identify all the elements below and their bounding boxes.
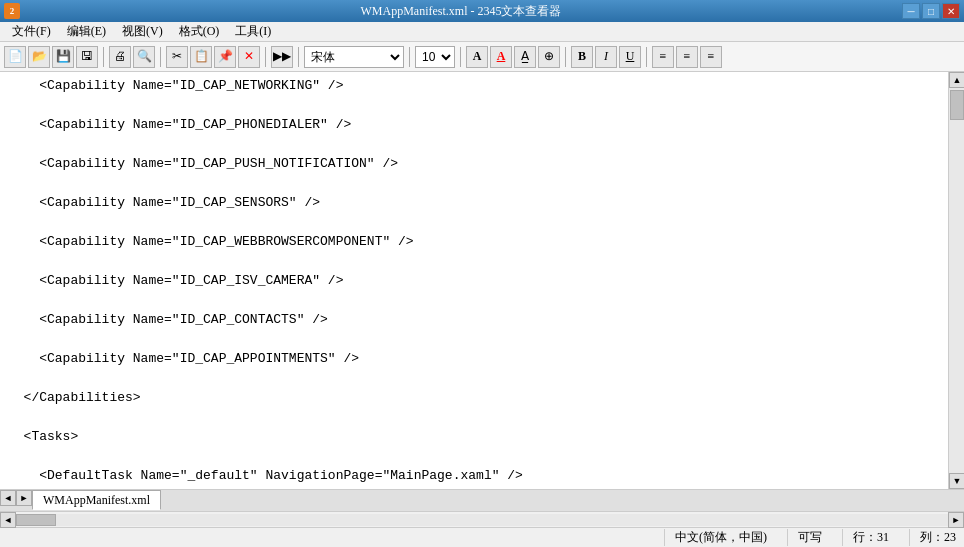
status-row: 行：31 — [842, 529, 889, 546]
new-button[interactable]: 📄 — [4, 46, 26, 68]
hscroll-thumb[interactable] — [16, 514, 56, 526]
font-color-pick[interactable]: A — [490, 46, 512, 68]
menu-format[interactable]: 格式(O) — [171, 21, 228, 42]
bottom-bar: ◄ ► WMAppManifest.xml — [0, 489, 964, 511]
status-bar: 中文(简体，中国) 可写 行：31 列：23 — [0, 527, 964, 547]
effects-button[interactable]: ⊕ — [538, 46, 560, 68]
scroll-down-button[interactable]: ▼ — [949, 473, 964, 489]
editor-content[interactable]: <Capability Name="ID_CAP_NETWORKING" /> … — [0, 72, 948, 489]
align-right[interactable]: ≡ — [700, 46, 722, 68]
save-all-button[interactable]: 🖫 — [76, 46, 98, 68]
hscroll-track — [16, 514, 948, 526]
close-button[interactable]: ✕ — [942, 3, 960, 19]
status-encoding: 中文(简体，中国) — [664, 529, 767, 546]
status-mode: 可写 — [787, 529, 822, 546]
maximize-button[interactable]: □ — [922, 3, 940, 19]
horizontal-scrollbar[interactable]: ◄ ► — [0, 511, 964, 527]
scroll-thumb[interactable] — [950, 90, 964, 120]
align-center[interactable]: ≡ — [676, 46, 698, 68]
separator-1 — [103, 47, 104, 67]
scroll-up-button[interactable]: ▲ — [949, 72, 964, 88]
title-bar: 2 WMAppManifest.xml - 2345文本查看器 ─ □ ✕ — [0, 0, 964, 22]
toolbar: 📄 📂 💾 🖫 🖨 🔍 ✂ 📋 📌 ✕ ▶▶ 宋体 10 A A A̲ ⊕ B … — [0, 42, 964, 72]
menu-bar: 文件(F) 编辑(E) 视图(V) 格式(O) 工具(I) — [0, 22, 964, 42]
hscroll-prev[interactable]: ◄ — [0, 512, 16, 528]
bold-button[interactable]: B — [571, 46, 593, 68]
separator-8 — [646, 47, 647, 67]
separator-4 — [298, 47, 299, 67]
font-select[interactable]: 宋体 — [304, 46, 404, 68]
underline-button[interactable]: U — [619, 46, 641, 68]
window-controls: ─ □ ✕ — [902, 3, 960, 19]
save-button[interactable]: 💾 — [52, 46, 74, 68]
tab-spacer — [163, 490, 964, 511]
separator-7 — [565, 47, 566, 67]
status-col: 列：23 — [909, 529, 956, 546]
font-size-select[interactable]: 10 — [415, 46, 455, 68]
highlight-color[interactable]: A̲ — [514, 46, 536, 68]
menu-view[interactable]: 视图(V) — [114, 21, 171, 42]
separator-6 — [460, 47, 461, 67]
cut-button[interactable]: ✂ — [166, 46, 188, 68]
menu-edit[interactable]: 编辑(E) — [59, 21, 114, 42]
separator-5 — [409, 47, 410, 67]
window-title: WMAppManifest.xml - 2345文本查看器 — [20, 3, 902, 20]
align-left[interactable]: ≡ — [652, 46, 674, 68]
font-color-a[interactable]: A — [466, 46, 488, 68]
minimize-button[interactable]: ─ — [902, 3, 920, 19]
vertical-scrollbar[interactable]: ▲ ▼ — [948, 72, 964, 489]
tab-wmappmanifest[interactable]: WMAppManifest.xml — [32, 490, 161, 510]
editor-container: <Capability Name="ID_CAP_NETWORKING" /> … — [0, 72, 964, 489]
paste-button[interactable]: 📌 — [214, 46, 236, 68]
hscroll-right-button[interactable]: ► — [16, 490, 32, 506]
copy-button[interactable]: 📋 — [190, 46, 212, 68]
italic-button[interactable]: I — [595, 46, 617, 68]
app-icon: 2 — [4, 3, 20, 19]
more-button[interactable]: ▶▶ — [271, 46, 293, 68]
menu-tools[interactable]: 工具(I) — [227, 21, 279, 42]
hscroll-next[interactable]: ► — [948, 512, 964, 528]
separator-3 — [265, 47, 266, 67]
menu-file[interactable]: 文件(F) — [4, 21, 59, 42]
separator-2 — [160, 47, 161, 67]
search-button[interactable]: 🔍 — [133, 46, 155, 68]
open-button[interactable]: 📂 — [28, 46, 50, 68]
print-button[interactable]: 🖨 — [109, 46, 131, 68]
hscroll-left-button[interactable]: ◄ — [0, 490, 16, 506]
delete-button[interactable]: ✕ — [238, 46, 260, 68]
